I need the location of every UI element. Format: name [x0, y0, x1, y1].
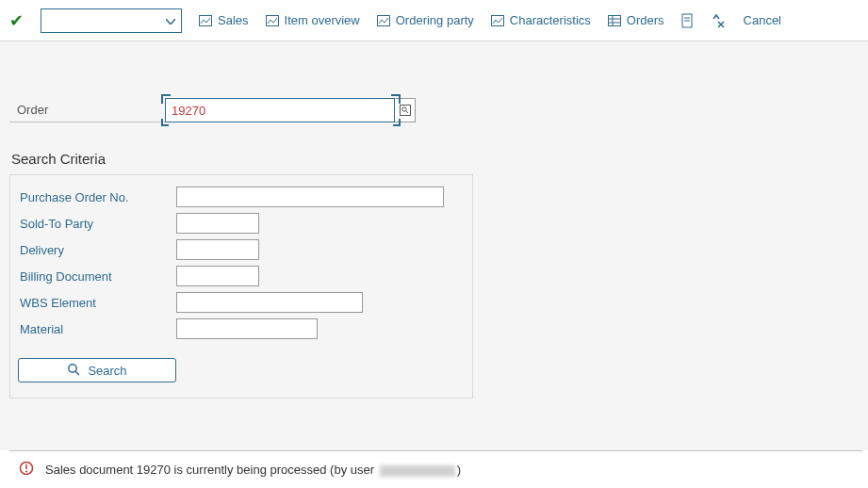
svg-rect-2: [377, 15, 389, 25]
search-icon: [67, 363, 80, 379]
criteria-input[interactable]: [176, 213, 259, 234]
warning-icon: [19, 461, 34, 479]
criteria-input[interactable]: [176, 266, 259, 286]
criteria-box: Purchase Order No.Sold-To PartyDeliveryB…: [9, 174, 473, 399]
criteria-label: Billing Document: [18, 269, 176, 284]
toolbar-orders[interactable]: Orders: [608, 13, 664, 27]
svg-line-13: [405, 111, 407, 113]
criteria-label: Material: [18, 322, 176, 336]
cancel-process-icon[interactable]: [712, 13, 727, 28]
toolbar-item-label: Ordering party: [396, 13, 474, 27]
svg-rect-0: [200, 15, 212, 25]
svg-point-14: [69, 364, 76, 371]
toolbar-item-label: Orders: [627, 13, 664, 27]
toolbar-item-label: Sales: [218, 13, 249, 27]
status-bar: Sales document 19270 is currently being …: [9, 450, 862, 488]
svg-rect-4: [608, 15, 620, 25]
chevron-down-icon: [166, 13, 175, 27]
criteria-row: Delivery: [18, 239, 465, 260]
criteria-input[interactable]: [176, 187, 444, 207]
order-row: Order: [9, 98, 859, 122]
svg-line-15: [76, 371, 80, 375]
criteria-input[interactable]: [176, 292, 363, 313]
toolbar-item-overview[interactable]: Item overview: [266, 13, 360, 27]
toolbar-characteristics[interactable]: Characteristics: [491, 13, 591, 27]
content-area: Order Search Criteria Purchase Order No.…: [0, 41, 868, 450]
cancel-button[interactable]: Cancel: [744, 13, 781, 27]
svg-rect-1: [266, 15, 278, 25]
accept-icon[interactable]: ✔: [9, 10, 24, 31]
order-input-wrap: [165, 98, 416, 122]
svg-point-12: [401, 107, 405, 111]
svg-rect-3: [491, 15, 503, 25]
criteria-row: Purchase Order No.: [18, 187, 465, 207]
image-icon: [491, 14, 504, 27]
image-icon: [266, 14, 279, 27]
criteria-input[interactable]: [176, 239, 259, 260]
criteria-label: Purchase Order No.: [18, 190, 176, 204]
document-icon[interactable]: [681, 13, 695, 28]
criteria-input[interactable]: [176, 318, 318, 339]
table-icon: [608, 14, 621, 27]
toolbar-item-label: Item overview: [285, 13, 360, 27]
svg-point-18: [25, 471, 27, 473]
criteria-header: Search Criteria: [9, 151, 859, 167]
criteria-label: Delivery: [18, 243, 176, 257]
order-label: Order: [9, 98, 165, 122]
toolbar: ✔ Sales Item overview Ordering party Cha…: [0, 0, 868, 41]
criteria-row: Material: [18, 318, 465, 339]
image-icon: [377, 14, 390, 27]
status-text: Sales document 19270 is currently being …: [45, 463, 461, 477]
criteria-label: WBS Element: [18, 296, 176, 310]
toolbar-item-label: Characteristics: [510, 13, 591, 27]
criteria-row: Billing Document: [18, 266, 465, 286]
criteria-row: Sold-To Party: [18, 213, 465, 234]
command-combo[interactable]: [41, 8, 182, 33]
order-input[interactable]: [165, 98, 395, 122]
redacted-user: [380, 465, 455, 477]
toolbar-sales[interactable]: Sales: [199, 13, 249, 27]
criteria-label: Sold-To Party: [18, 217, 176, 231]
search-button-label: Search: [88, 364, 126, 378]
search-button[interactable]: Search: [18, 358, 176, 382]
image-icon: [199, 14, 212, 27]
svg-rect-11: [400, 106, 410, 116]
search-help-icon: [400, 105, 411, 116]
criteria-row: WBS Element: [18, 292, 465, 313]
toolbar-ordering-party[interactable]: Ordering party: [377, 13, 474, 27]
